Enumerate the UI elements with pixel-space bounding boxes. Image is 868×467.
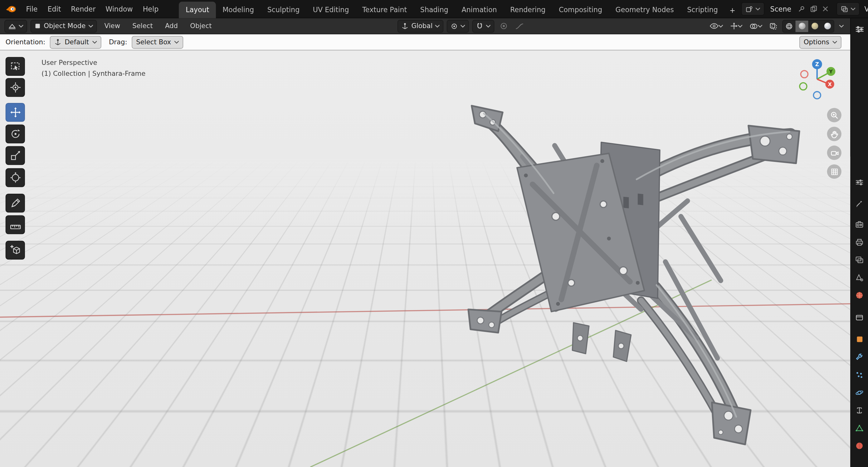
- editor-type-selector[interactable]: [4, 20, 27, 32]
- scene-name[interactable]: Scene: [767, 5, 795, 13]
- view-layer-name[interactable]: ViewLayer: [862, 5, 868, 13]
- camera-icon: [830, 149, 838, 157]
- collection-box-icon: [855, 313, 864, 321]
- magnifier-icon: [830, 111, 838, 120]
- tab-object[interactable]: [853, 333, 866, 346]
- drag-mode-selector[interactable]: Select Box: [132, 36, 183, 49]
- workspace-tab-compositing[interactable]: Compositing: [552, 1, 609, 18]
- visibility-toggle[interactable]: [707, 20, 725, 32]
- tab-modifiers[interactable]: [853, 350, 866, 364]
- images-icon: [855, 255, 864, 264]
- tool-cursor[interactable]: [6, 78, 25, 97]
- viewport-3d[interactable]: User Perspective (1) Collection | Syntha…: [0, 50, 850, 467]
- camera-view-button[interactable]: [827, 146, 841, 160]
- tool-add-primitive[interactable]: [6, 241, 25, 259]
- delete-scene-icon[interactable]: [821, 4, 830, 13]
- tab-tool[interactable]: [853, 196, 866, 210]
- menu-add[interactable]: Add: [161, 21, 183, 32]
- tab-world[interactable]: [853, 288, 866, 302]
- menu-select[interactable]: Select: [128, 21, 157, 32]
- tool-measure[interactable]: [6, 215, 25, 234]
- material-sphere-icon: [811, 23, 818, 29]
- navigation-gizmo[interactable]: Z Y X: [796, 58, 838, 100]
- workspace-tab-scripting[interactable]: Scripting: [681, 1, 724, 18]
- add-workspace-button[interactable]: +: [724, 2, 740, 18]
- toggle-orthographic-button[interactable]: [827, 164, 841, 179]
- xray-toggle[interactable]: [767, 20, 779, 32]
- workspace-tab-uv-editing[interactable]: UV Editing: [306, 1, 356, 18]
- overlays-icon: [749, 23, 758, 30]
- view-layer-selector[interactable]: [837, 2, 860, 15]
- tool-icon: [855, 199, 864, 208]
- transform-orientation-selector[interactable]: Global: [398, 20, 444, 32]
- snap-toggle[interactable]: [472, 20, 495, 32]
- gizmo-z-label: Z: [815, 61, 819, 67]
- properties-filter-icon[interactable]: [853, 175, 866, 189]
- tool-scale[interactable]: [6, 146, 25, 165]
- pan-button[interactable]: [827, 127, 841, 141]
- tab-render[interactable]: [853, 217, 866, 231]
- pivot-point-selector[interactable]: [447, 20, 469, 32]
- mode-selector[interactable]: Object Mode: [31, 20, 97, 32]
- workspace-tab-texture-paint[interactable]: Texture Paint: [356, 1, 414, 18]
- scale-icon: [9, 149, 21, 162]
- properties-editor-selector[interactable]: [853, 23, 866, 36]
- shading-rendered-button[interactable]: [821, 20, 834, 32]
- tool-move[interactable]: [6, 103, 25, 122]
- menu-view[interactable]: View: [100, 21, 124, 32]
- tab-constraints[interactable]: [853, 403, 866, 417]
- gizmos-toggle[interactable]: [728, 20, 744, 32]
- workspace-tab-geometry-nodes[interactable]: Geometry Nodes: [609, 1, 681, 18]
- tab-output[interactable]: [853, 235, 866, 249]
- menu-object[interactable]: Object: [186, 21, 216, 32]
- tab-scene[interactable]: [853, 271, 866, 284]
- workspace-tab-animation[interactable]: Animation: [455, 1, 503, 18]
- orientation-axes-icon: [401, 23, 408, 30]
- tab-collection[interactable]: [853, 310, 866, 324]
- annotate-pen-icon: [9, 197, 21, 209]
- shading-wireframe-button[interactable]: [783, 20, 796, 32]
- workspace-tab-shading[interactable]: Shading: [414, 1, 455, 18]
- scene-selector[interactable]: [741, 2, 765, 15]
- workspace-tab-layout[interactable]: Layout: [179, 1, 216, 18]
- menu-window[interactable]: Window: [100, 2, 137, 15]
- menu-edit[interactable]: Edit: [42, 2, 66, 15]
- tool-rotate[interactable]: [6, 124, 25, 143]
- zoom-button[interactable]: [827, 108, 841, 122]
- workspace-tab-modeling[interactable]: Modeling: [216, 1, 260, 18]
- view-layer-icon: [841, 5, 848, 12]
- overlays-toggle[interactable]: [747, 20, 765, 32]
- chevron-down-icon: [851, 7, 856, 10]
- breadcrumb: (1) Collection | Synthara-Frame: [41, 68, 145, 79]
- menu-file[interactable]: File: [21, 2, 42, 15]
- add-cube-icon: [9, 244, 21, 256]
- tool-annotate[interactable]: [6, 194, 25, 213]
- model-synthara-frame[interactable]: [0, 50, 850, 467]
- tab-view-layer[interactable]: [853, 253, 866, 267]
- workspace-tab-sculpting[interactable]: Sculpting: [260, 1, 306, 18]
- tool-select-box[interactable]: [6, 57, 25, 76]
- tool-orientation-selector[interactable]: Default: [50, 36, 101, 49]
- proportional-editing-toggle[interactable]: [498, 20, 510, 32]
- tab-material[interactable]: [853, 439, 866, 452]
- menu-help[interactable]: Help: [138, 2, 164, 15]
- shading-material-button[interactable]: [808, 20, 821, 32]
- workspace-tab-rendering[interactable]: Rendering: [503, 1, 552, 18]
- tab-object-data[interactable]: [853, 421, 866, 435]
- tab-physics[interactable]: [853, 386, 866, 399]
- chevron-down-icon: [756, 7, 760, 10]
- tool-transform[interactable]: [6, 168, 25, 187]
- menu-render[interactable]: Render: [66, 2, 100, 15]
- pin-scene-icon[interactable]: [797, 4, 807, 14]
- wireframe-sphere-icon: [786, 23, 793, 30]
- blender-logo-icon[interactable]: [6, 4, 17, 13]
- shading-solid-button[interactable]: [796, 20, 808, 32]
- proportional-falloff-icon[interactable]: [513, 20, 526, 32]
- shading-dropdown[interactable]: [837, 20, 846, 32]
- printer-icon: [855, 238, 864, 246]
- wrench-icon: [855, 353, 864, 361]
- cone-icon: [855, 273, 864, 282]
- options-dropdown[interactable]: Options: [799, 36, 841, 49]
- new-scene-icon[interactable]: [809, 4, 819, 14]
- tab-particles[interactable]: [853, 368, 866, 381]
